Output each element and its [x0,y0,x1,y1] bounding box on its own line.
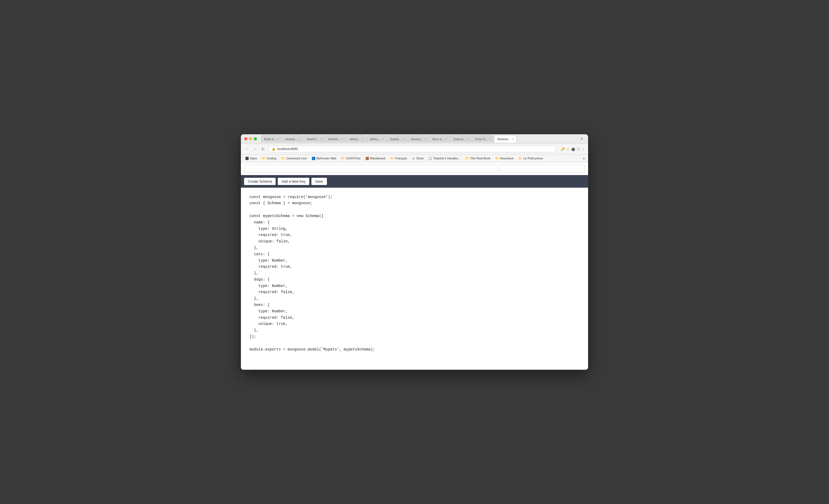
bookmark-label: Le Petit prince [523,157,543,160]
tab-tab7[interactable]: Sophie...× [387,135,407,143]
bookmark-command-line[interactable]: 📁Command Line [279,156,309,161]
bottom-padding [241,359,588,370]
bookmark-myhunter-mail[interactable]: 🟦MyHunter Mail [310,156,338,161]
add-key-button[interactable]: Add a New Key [278,178,309,185]
tab-tab12[interactable]: Schema...× [494,135,516,143]
bookmark-icon: 📁 [341,157,345,160]
tab-close-icon[interactable]: × [278,138,279,141]
tab-close-icon[interactable]: × [403,138,405,141]
bookmark-icon: 📁 [281,157,285,160]
settings-icon[interactable]: ⋮ [581,147,585,151]
title-bar: Boîte d...×Amand...×Swell P...×Amand...×… [241,134,588,144]
bookmark-blackboard[interactable]: 🟫Blackboard [363,156,388,161]
tabs-bar: Boîte d...×Amand...×Swell P...×Amand...×… [261,135,575,143]
tab-tab3[interactable]: Swell P...× [304,135,325,143]
extension-icon[interactable]: ⬡ [577,147,580,151]
tab-tab1[interactable]: Boîte d...× [261,135,282,143]
tab-close-icon[interactable]: × [489,138,491,141]
tab-close-icon[interactable]: × [341,138,343,141]
tab-label: Recs a... [432,138,444,141]
traffic-lights [244,137,257,141]
tab-label: Amand... [286,138,297,141]
code-area: const mongoose = require('mongoose'); co… [241,188,588,359]
bookmark-icon: 📁 [390,157,394,160]
bookmark-icon: 📁 [262,157,265,160]
tab-tab4[interactable]: Amand...× [325,135,346,143]
tab-close-icon[interactable]: × [362,138,363,141]
tab-close-icon[interactable]: × [299,138,300,141]
bookmark-nourriture[interactable]: 📁Nourriture [493,156,516,161]
tab-close-icon[interactable]: × [445,138,447,141]
bookmark-the-real-book[interactable]: 📁The Real Book [463,156,493,161]
back-button[interactable]: ← [244,146,250,152]
tab-label: Amand... [411,138,423,141]
bookmark-le-petit-prince[interactable]: 📁Le Petit prince [516,156,545,161]
tab-tab11[interactable]: Fiche S...× [472,135,494,143]
browser-window: Boîte d...×Amand...×Swell P...×Amand...×… [241,134,588,370]
bookmark-drive[interactable]: 🔺Drive [409,156,426,161]
bookmark-teacher's-handbo...[interactable]: 📋Teacher's Handbo... [426,156,463,161]
page-content: Create Schema Add a New Key Save const m… [241,163,588,370]
tab-tab6[interactable]: aflinky...× [367,135,386,143]
tab-label: Boîte d... [264,138,276,141]
bookmark-français[interactable]: 📁Français [388,156,409,161]
tab-label: Sophie... [390,138,401,141]
bookmark-label: CUNYFirst [346,157,361,160]
tab-tab8[interactable]: Amand...× [408,135,429,143]
key-icon[interactable]: 🔑 [561,147,565,151]
tab-label: Extensi... [454,138,466,141]
input-row [241,163,588,175]
bookmark-label: Drive [417,157,424,160]
schema-secondary-input[interactable] [500,165,585,173]
bookmark-icon: ⬛ [245,157,249,160]
forward-button[interactable]: → [252,146,258,152]
profile-icon[interactable]: ⬤ [571,147,575,151]
tab-tab9[interactable]: Recs a...× [429,135,450,143]
code-content: const mongoose = require('mongoose'); co… [249,194,580,353]
schema-name-input[interactable] [244,165,498,173]
bookmark-label: Apps [250,157,257,160]
bookmark-coding[interactable]: 📁Coding [260,156,278,161]
tab-label: Amand... [328,138,340,141]
bookmark-icon: 📁 [495,157,499,160]
tab-label: Schema... [497,138,510,141]
close-button[interactable] [244,137,247,141]
minimize-button[interactable] [249,137,252,141]
bookmark-label: Blackboard [370,157,386,160]
bookmark-icon: 📁 [465,157,469,160]
bookmarks-bar: ⬛Apps📁Coding📁Command Line🟦MyHunter Mail📁… [241,155,588,163]
new-tab-button[interactable]: + [578,135,585,142]
maximize-button[interactable] [254,137,257,141]
tab-close-icon[interactable]: × [512,138,514,141]
bookmark-label: Teacher's Handbo... [433,157,461,160]
bookmark-label: The Real Book [470,157,490,160]
url-field[interactable]: 🔒 localhost:8080 [268,146,556,152]
tab-close-icon[interactable]: × [320,138,322,141]
tab-close-icon[interactable]: × [467,138,469,141]
bookmark-icon: 🟫 [365,157,369,160]
save-button[interactable]: Save [312,178,327,185]
tab-tab10[interactable]: Extensi...× [450,135,472,143]
url-text: localhost:8080 [277,147,553,151]
refresh-button[interactable]: ↻ [260,146,266,152]
tab-tab5[interactable]: aflinky...× [347,135,366,143]
bookmark-label: MyHunter Mail [317,157,336,160]
more-bookmarks-button[interactable]: » [582,156,586,160]
bookmark-apps[interactable]: ⬛Apps [243,156,259,161]
bookmark-cunyfirst[interactable]: 📁CUNYFirst [339,156,363,161]
bookmark-label: Français [395,157,407,160]
lock-icon: 🔒 [272,147,276,151]
bookmark-icon: 🟦 [312,157,315,160]
create-schema-button[interactable]: Create Schema [244,178,276,185]
tab-close-icon[interactable]: × [424,138,426,141]
bookmark-label: Command Line [286,157,307,160]
bookmark-label: Nourriture [500,157,514,160]
star-icon[interactable]: ☆ [567,147,570,151]
bookmark-label: Coding [266,157,276,160]
tab-tab2[interactable]: Amand...× [283,135,303,143]
bookmark-icon: 📁 [518,157,522,160]
tab-label: aflinky... [370,138,380,141]
tab-close-icon[interactable]: × [382,138,384,141]
address-icons: 🔑 ☆ ⬤ ⬡ ⋮ [561,147,585,151]
address-bar: ← → ↻ 🔒 localhost:8080 🔑 ☆ ⬤ ⬡ ⋮ [241,144,588,155]
